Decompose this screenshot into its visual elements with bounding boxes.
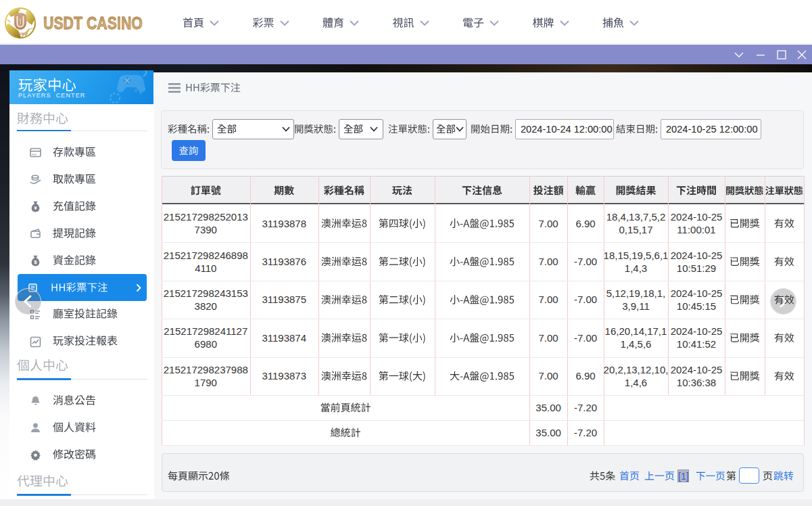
svg-text:$: $ bbox=[34, 259, 37, 265]
svg-text:¥: ¥ bbox=[34, 205, 37, 211]
svg-text:CASINO: CASINO bbox=[13, 32, 28, 36]
